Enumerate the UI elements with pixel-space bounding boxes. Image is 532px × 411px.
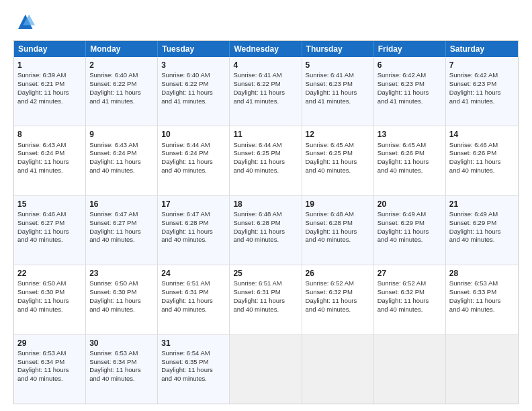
day-number: 16 <box>89 199 154 210</box>
day-number: 7 <box>449 60 515 71</box>
day-number: 6 <box>378 60 442 71</box>
day-info-line: Daylight: 11 hours <box>306 297 370 306</box>
day-info-line: Sunset: 6:28 PM <box>306 219 370 228</box>
calendar-row: 1Sunrise: 6:39 AMSunset: 6:21 PMDaylight… <box>14 57 518 126</box>
day-info-line: Sunset: 6:26 PM <box>449 149 515 158</box>
day-info-line: and 40 minutes. <box>449 167 515 175</box>
calendar-day: 26Sunrise: 6:52 AMSunset: 6:32 PMDayligh… <box>302 265 374 334</box>
calendar-day: 21Sunrise: 6:49 AMSunset: 6:29 PMDayligh… <box>446 196 518 265</box>
day-number: 31 <box>161 338 226 349</box>
day-info-line: and 40 minutes. <box>89 236 154 244</box>
calendar-day: 9Sunrise: 6:43 AMSunset: 6:24 PMDaylight… <box>86 126 158 195</box>
calendar-day: 27Sunrise: 6:52 AMSunset: 6:32 PMDayligh… <box>374 265 446 334</box>
day-info-line: Sunrise: 6:52 AM <box>378 279 442 288</box>
day-info-line: and 41 minutes. <box>306 97 370 106</box>
calendar-day: 31Sunrise: 6:54 AMSunset: 6:35 PMDayligh… <box>158 335 230 404</box>
day-info-line: Sunset: 6:23 PM <box>306 80 370 89</box>
day-info-line: Daylight: 11 hours <box>161 366 226 375</box>
day-info-line: and 40 minutes. <box>233 236 298 244</box>
day-info-line: and 40 minutes. <box>161 236 226 244</box>
calendar-day: 1Sunrise: 6:39 AMSunset: 6:21 PMDaylight… <box>14 57 86 126</box>
day-info-line: Daylight: 11 hours <box>378 89 442 97</box>
day-number: 17 <box>161 199 226 210</box>
calendar-day: 5Sunrise: 6:41 AMSunset: 6:23 PMDaylight… <box>302 57 374 126</box>
day-number: 21 <box>449 199 515 210</box>
calendar-day: 10Sunrise: 6:44 AMSunset: 6:24 PMDayligh… <box>158 126 230 195</box>
calendar-day: 14Sunrise: 6:46 AMSunset: 6:26 PMDayligh… <box>446 126 518 195</box>
day-info-line: and 41 minutes. <box>17 167 82 175</box>
day-info-line: Sunrise: 6:53 AM <box>17 349 82 358</box>
day-info-line: Sunrise: 6:43 AM <box>17 141 82 150</box>
weekday-header: Friday <box>374 41 446 57</box>
day-info-line: Sunrise: 6:53 AM <box>89 349 154 358</box>
header <box>13 12 519 34</box>
day-info-line: and 40 minutes. <box>17 375 82 383</box>
day-info-line: Sunset: 6:22 PM <box>89 80 154 89</box>
day-number: 12 <box>306 129 370 140</box>
calendar-row: 29Sunrise: 6:53 AMSunset: 6:34 PMDayligh… <box>14 334 518 404</box>
day-info-line: and 40 minutes. <box>89 375 154 383</box>
day-info-line: Sunrise: 6:44 AM <box>233 141 298 150</box>
day-info-line: Daylight: 11 hours <box>89 366 154 375</box>
day-number: 26 <box>306 268 370 279</box>
day-info-line: Sunrise: 6:46 AM <box>17 210 82 219</box>
day-info-line: Sunset: 6:32 PM <box>378 288 442 297</box>
day-info-line: and 40 minutes. <box>306 236 370 244</box>
day-number: 5 <box>306 60 370 71</box>
day-number: 8 <box>17 129 82 140</box>
day-info-line: Daylight: 11 hours <box>233 158 298 167</box>
day-info-line: Sunset: 6:25 PM <box>306 149 370 158</box>
day-number: 19 <box>306 199 370 210</box>
day-info-line: Sunset: 6:25 PM <box>233 149 298 158</box>
day-info-line: Sunrise: 6:50 AM <box>17 279 82 288</box>
day-info-line: Sunset: 6:31 PM <box>161 288 226 297</box>
day-info-line: and 40 minutes. <box>306 306 370 314</box>
calendar-day: 23Sunrise: 6:50 AMSunset: 6:30 PMDayligh… <box>86 265 158 334</box>
calendar-row: 15Sunrise: 6:46 AMSunset: 6:27 PMDayligh… <box>14 195 518 265</box>
day-number: 14 <box>449 129 515 140</box>
page: SundayMondayTuesdayWednesdayThursdayFrid… <box>0 0 532 411</box>
day-info-line: Sunset: 6:26 PM <box>378 149 442 158</box>
day-number: 3 <box>161 60 226 71</box>
day-info-line: Daylight: 11 hours <box>17 158 82 167</box>
weekday-header: Tuesday <box>158 41 230 57</box>
day-info-line: Sunset: 6:24 PM <box>89 149 154 158</box>
day-info-line: and 42 minutes. <box>17 97 82 106</box>
day-info-line: and 40 minutes. <box>233 306 298 314</box>
day-number: 27 <box>378 268 442 279</box>
day-number: 23 <box>89 268 154 279</box>
day-info-line: Daylight: 11 hours <box>233 228 298 236</box>
day-info-line: Daylight: 11 hours <box>17 89 82 97</box>
day-info-line: and 40 minutes. <box>89 167 154 175</box>
day-info-line: Sunset: 6:30 PM <box>89 288 154 297</box>
day-info-line: Sunset: 6:22 PM <box>233 80 298 89</box>
calendar-header: SundayMondayTuesdayWednesdayThursdayFrid… <box>14 41 518 57</box>
day-info-line: Sunrise: 6:40 AM <box>89 71 154 80</box>
weekday-header: Sunday <box>14 41 86 57</box>
day-info-line: Sunset: 6:27 PM <box>17 219 82 228</box>
day-info-line: Daylight: 11 hours <box>89 297 154 306</box>
day-info-line: and 41 minutes. <box>161 97 226 106</box>
day-info-line: Daylight: 11 hours <box>17 366 82 375</box>
day-number: 25 <box>233 268 298 279</box>
day-info-line: and 41 minutes. <box>233 97 298 106</box>
day-info-line: Daylight: 11 hours <box>161 228 226 236</box>
calendar-day: 24Sunrise: 6:51 AMSunset: 6:31 PMDayligh… <box>158 265 230 334</box>
calendar-day: 28Sunrise: 6:53 AMSunset: 6:33 PMDayligh… <box>446 265 518 334</box>
day-info-line: Sunset: 6:29 PM <box>378 219 442 228</box>
day-number: 11 <box>233 129 298 140</box>
day-info-line: Daylight: 11 hours <box>449 89 515 97</box>
calendar-day: 16Sunrise: 6:47 AMSunset: 6:27 PMDayligh… <box>86 196 158 265</box>
calendar-row: 22Sunrise: 6:50 AMSunset: 6:30 PMDayligh… <box>14 265 518 334</box>
day-info-line: Sunrise: 6:53 AM <box>449 279 515 288</box>
calendar-empty-day <box>230 335 302 404</box>
day-info-line: Sunrise: 6:41 AM <box>306 71 370 80</box>
day-number: 29 <box>17 338 82 349</box>
day-info-line: Sunrise: 6:49 AM <box>378 210 442 219</box>
day-info-line: Sunset: 6:35 PM <box>161 358 226 367</box>
day-info-line: Sunrise: 6:47 AM <box>89 210 154 219</box>
weekday-header: Wednesday <box>230 41 302 57</box>
calendar-day: 18Sunrise: 6:48 AMSunset: 6:28 PMDayligh… <box>230 196 302 265</box>
day-info-line: Sunrise: 6:46 AM <box>449 141 515 150</box>
day-info-line: Sunrise: 6:42 AM <box>378 71 442 80</box>
